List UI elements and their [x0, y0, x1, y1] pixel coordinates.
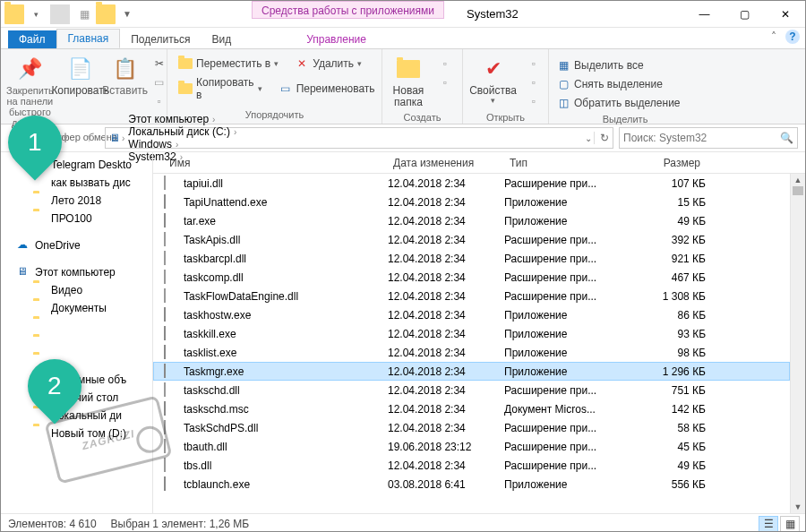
- file-icon: [164, 327, 178, 341]
- folder-icon: [33, 193, 47, 208]
- new-group-label: Создать: [386, 110, 459, 124]
- select-none-icon: ▢: [556, 77, 570, 91]
- paste-button[interactable]: 📋 Вставить: [106, 53, 145, 99]
- tab-share[interactable]: Поделиться: [120, 30, 201, 48]
- tab-home[interactable]: Главная: [56, 29, 121, 48]
- table-row[interactable]: taskschd.dll12.04.2018 2:34Расширение пр…: [153, 381, 790, 399]
- edit-icon: ▫: [527, 75, 541, 90]
- delete-button[interactable]: ✕Удалить ▾: [291, 55, 365, 73]
- breadcrumb[interactable]: Windows›: [126, 138, 238, 150]
- rename-button[interactable]: ▭Переименовать: [275, 74, 379, 103]
- file-rows[interactable]: tapiui.dll12.04.2018 2:34Расширение при.…: [153, 174, 790, 513]
- table-row[interactable]: Taskmgr.exe12.04.2018 2:34Приложение1 29…: [153, 362, 790, 381]
- new-item-button[interactable]: ▫: [434, 55, 456, 73]
- minimize-button[interactable]: —: [684, 1, 725, 27]
- history-button[interactable]: ▫: [523, 92, 544, 110]
- copy-path-icon: ▭: [152, 75, 167, 90]
- col-date[interactable]: Дата изменения: [388, 157, 504, 169]
- tree-item[interactable]: Новый том (D:): [1, 425, 152, 442]
- scroll-thumb[interactable]: [793, 186, 803, 195]
- view-details-button[interactable]: ☰: [759, 516, 778, 532]
- qat-open-icon[interactable]: [96, 4, 116, 24]
- file-icon: [164, 459, 178, 473]
- tree-item[interactable]: Документы: [1, 299, 152, 317]
- nav-up-button[interactable]: ↑: [78, 127, 99, 149]
- new-item-icon: ▫: [438, 56, 452, 71]
- file-icon: [164, 176, 178, 191]
- table-row[interactable]: taskbarcpl.dll12.04.2018 2:34Расширение …: [153, 249, 790, 268]
- table-row[interactable]: taskkill.exe12.04.2018 2:34Приложение93 …: [153, 324, 790, 343]
- copy-to-button[interactable]: Копировать в ▾: [175, 74, 266, 103]
- tree-item[interactable]: Видео: [1, 281, 152, 299]
- chevron-right-icon: ›: [212, 115, 215, 124]
- tree-item[interactable]: [1, 335, 152, 353]
- maximize-button[interactable]: ▢: [725, 1, 765, 27]
- breadcrumb[interactable]: Локальный диск (C:)›: [126, 125, 238, 138]
- scroll-down-icon[interactable]: ▼: [791, 501, 805, 513]
- addr-dropdown-icon[interactable]: ⌄: [585, 133, 592, 143]
- copy-button[interactable]: 📄 Копировать: [59, 53, 102, 99]
- search-icon[interactable]: 🔍: [780, 132, 793, 144]
- easy-access-button[interactable]: ▫: [434, 73, 456, 91]
- breadcrumb[interactable]: Этот компьютер›: [126, 113, 238, 125]
- table-row[interactable]: TaskSchdPS.dll12.04.2018 2:34Расширение …: [153, 418, 790, 437]
- collapse-ribbon-icon[interactable]: ˄: [771, 30, 776, 43]
- table-row[interactable]: tasklist.exe12.04.2018 2:34Приложение98 …: [153, 343, 790, 362]
- open-button[interactable]: ▫: [523, 55, 544, 73]
- scroll-up-icon[interactable]: ▲: [791, 174, 805, 186]
- status-bar: Элементов: 4 610 Выбран 1 элемент: 1,26 …: [1, 513, 805, 532]
- table-row[interactable]: tar.exe12.04.2018 2:34Приложение49 КБ: [153, 211, 790, 230]
- view-large-button[interactable]: ▦: [780, 516, 800, 532]
- col-name[interactable]: Имя: [164, 157, 388, 169]
- properties-icon[interactable]: ▦: [74, 4, 94, 24]
- file-icon: [164, 252, 178, 266]
- col-size[interactable]: Размер: [625, 157, 706, 169]
- tree-item[interactable]: как вызвать дис: [1, 174, 152, 192]
- address-bar[interactable]: 🖥 › Этот компьютер›Локальный диск (C:)›W…: [105, 127, 613, 149]
- tree-this-pc[interactable]: 🖥Этот компьютер: [1, 263, 152, 281]
- search-box[interactable]: 🔍: [619, 127, 798, 149]
- tree-item[interactable]: [1, 353, 152, 371]
- col-type[interactable]: Тип: [504, 157, 625, 169]
- table-row[interactable]: taskschd.msc12.04.2018 2:34Документ Micr…: [153, 399, 790, 418]
- refresh-button[interactable]: ↻: [594, 132, 609, 144]
- tree-item[interactable]: [1, 317, 152, 335]
- help-icon[interactable]: ?: [785, 30, 800, 44]
- file-icon: [164, 289, 178, 304]
- select-none-button[interactable]: ▢Снять выделение: [553, 75, 684, 93]
- qat-dropdown-icon[interactable]: ▾: [26, 4, 46, 24]
- table-row[interactable]: tbs.dll12.04.2018 2:34Расширение при...4…: [153, 456, 790, 475]
- table-row[interactable]: tcblaunch.exe03.08.2018 6:41Приложение55…: [153, 475, 790, 493]
- tree-item[interactable]: Локальный ди: [1, 407, 152, 425]
- properties-button[interactable]: ✔ Свойства ▾: [467, 53, 519, 107]
- new-folder-button[interactable]: Новая папка: [386, 53, 431, 110]
- invert-selection-button[interactable]: ◫Обратить выделение: [553, 94, 684, 112]
- qat-customize-icon[interactable]: ▼: [117, 4, 137, 24]
- table-row[interactable]: TapiUnattend.exe12.04.2018 2:34Приложени…: [153, 193, 790, 211]
- scrollbar[interactable]: ▲ ▼: [790, 174, 805, 513]
- close-button[interactable]: ✕: [765, 1, 805, 27]
- tree-item[interactable]: Лето 2018: [1, 192, 152, 210]
- table-row[interactable]: taskcomp.dll12.04.2018 2:34Расширение пр…: [153, 268, 790, 287]
- table-row[interactable]: TaskApis.dll12.04.2018 2:34Расширение пр…: [153, 230, 790, 249]
- tab-file[interactable]: Файл: [8, 30, 56, 48]
- move-to-button[interactable]: Переместить в ▾: [175, 55, 282, 73]
- tab-manage[interactable]: Управление: [296, 30, 377, 48]
- context-tab-label: Средства работы с приложениями: [252, 1, 444, 19]
- file-icon: [164, 308, 178, 322]
- column-headers[interactable]: Имя Дата изменения Тип Размер: [153, 152, 805, 174]
- move-to-icon: [178, 56, 193, 71]
- folder-icon[interactable]: [4, 4, 24, 24]
- table-row[interactable]: TaskFlowDataEngine.dll12.04.2018 2:34Рас…: [153, 287, 790, 305]
- edit-button[interactable]: ▫: [523, 73, 544, 91]
- tab-view[interactable]: Вид: [201, 30, 242, 48]
- table-row[interactable]: taskhostw.exe12.04.2018 2:34Приложение86…: [153, 305, 790, 324]
- tree-onedrive[interactable]: ☁OneDrive: [1, 236, 152, 254]
- select-all-button[interactable]: ▦Выделить все: [553, 56, 684, 74]
- table-row[interactable]: tapiui.dll12.04.2018 2:34Расширение при.…: [153, 174, 790, 193]
- search-input[interactable]: [623, 132, 780, 144]
- tree-item[interactable]: ПРО100: [1, 210, 152, 227]
- table-row[interactable]: tbauth.dll19.06.2018 23:12Расширение при…: [153, 437, 790, 456]
- folder-icon: [33, 319, 47, 333]
- navigation-tree[interactable]: Telegram Desktoкак вызвать дисЛето 2018П…: [1, 152, 153, 513]
